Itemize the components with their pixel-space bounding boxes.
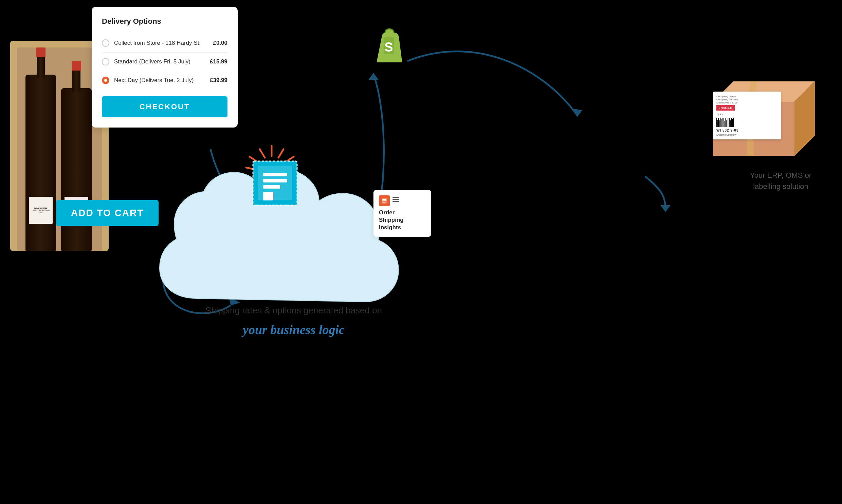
stamp-svg [251,159,299,207]
label-barcode [716,117,777,127]
shopify-logo: S [370,27,408,68]
erp-text: Your ERP, OMS orlabelling solution [750,169,811,192]
stamp-icon [251,159,299,207]
osi-menu-line-1 [393,197,399,198]
osi-menu-line-2 [393,199,399,200]
label-shipping-co: Shipping Company [716,133,777,136]
scene: WINE HOUSE THE EXTRAORDINARY Gala Wine A… [0,0,842,504]
delivery-option-nextday[interactable]: Next Day (Delivers Tue. 2 July) £39.99 [102,71,227,90]
svg-rect-18 [263,192,273,200]
checkout-button[interactable]: CHECKOUT [102,96,227,118]
label-text-left: THE EXTRAORDINARY Gala [32,209,50,214]
osi-icon-svg [381,197,388,204]
bottle-neck-right [72,68,81,92]
delivery-card-title: Delivery Options [102,17,227,26]
bottle-neck-left [37,54,45,78]
svg-text:S: S [384,40,393,54]
add-to-cart-button[interactable]: ADD TO CART [56,200,158,226]
label-tracking: WI 532 9-03 [716,128,777,132]
osi-menu-line-3 [393,201,399,202]
shipping-label: Company NameCompany AddressMilwaukee 532… [713,92,781,139]
osi-card: OrderShippingInsights [374,190,431,237]
radio-standard[interactable] [102,58,109,66]
option-price-standard: £15.99 [210,58,227,65]
svg-marker-3 [572,109,582,117]
option-text-collect: Collect from Store - 118 Hardy St. [114,40,208,47]
svg-rect-21 [382,200,386,201]
delivery-option-collect[interactable]: Collect from Store - 118 Hardy St. £0.00 [102,34,227,53]
shopify-svg: S [370,27,408,68]
delivery-option-standard[interactable]: Standard (Delivers Fri. 5 July) £15.99 [102,53,227,71]
option-price-collect: £0.00 [213,40,227,47]
label-weight: 7 LBS [716,113,777,116]
osi-menu [393,197,399,202]
option-text-standard: Standard (Delivers Fri. 5 July) [114,58,205,65]
radio-collect[interactable] [102,39,109,47]
svg-rect-20 [382,199,386,200]
cloud-text-2: your business logic [178,322,409,337]
osi-icon [379,195,390,206]
svg-marker-2 [368,73,379,80]
osi-header [379,195,426,206]
delivery-card: Delivery Options Collect from Store - 11… [92,7,238,127]
label-company: Company NameCompany AddressMilwaukee 532… [716,95,777,104]
svg-marker-4 [660,205,671,212]
svg-rect-15 [263,173,287,176]
label-fragile: FRAGILE [716,105,735,111]
osi-title: OrderShippingInsights [379,209,426,231]
svg-rect-17 [263,185,280,188]
radio-nextday[interactable] [102,77,109,84]
option-text-nextday: Next Day (Delivers Tue. 2 July) [114,77,205,84]
wine-bottle-right: Wine [61,88,92,251]
bottle-cap-right [72,61,81,71]
cloud-text-1: Shipping rates & options generated based… [178,305,409,316]
svg-rect-22 [382,202,385,202]
wine-bottle-left: WINE HOUSE THE EXTRAORDINARY Gala [25,75,56,251]
option-price-nextday: £39.99 [210,77,227,84]
svg-rect-16 [263,179,287,182]
bottle-label-left: WINE HOUSE THE EXTRAORDINARY Gala [29,197,53,224]
bottle-cap-left [36,48,46,57]
